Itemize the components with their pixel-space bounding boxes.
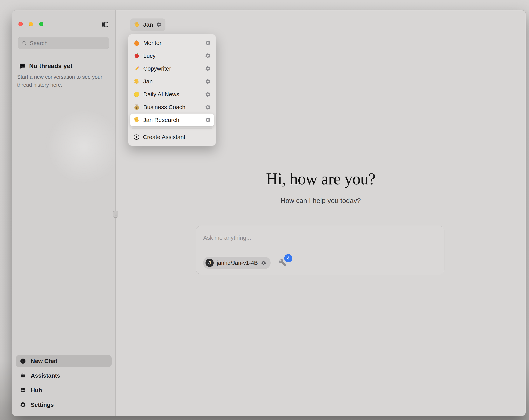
assistant-menu-item-daily-ai-news[interactable]: Daily AI News [130, 88, 214, 101]
assistant-menu-item-lucy[interactable]: Lucy [130, 49, 214, 62]
yellow-circle-icon [133, 91, 140, 98]
create-assistant-label: Create Assistant [143, 134, 185, 140]
model-name: janhq/Jan-v1-4B [217, 260, 258, 266]
plus-circle-icon [133, 134, 140, 140]
pencil-icon [133, 65, 140, 72]
chat-bubble-icon [19, 63, 26, 69]
close-window-button[interactable] [18, 22, 23, 26]
main-area: Jan Mentor Lucy Copywriter Jan [116, 10, 526, 416]
apple-icon [133, 53, 140, 59]
gear-icon[interactable] [205, 104, 211, 110]
gear-icon[interactable] [205, 66, 211, 72]
sidebar-nav: New Chat Assistants Hub Settings [16, 355, 112, 411]
gear-icon[interactable] [205, 79, 211, 84]
empty-state-description: Start a new conversation to see your thr… [17, 73, 111, 89]
assistant-selector[interactable]: Jan [130, 18, 165, 31]
assistant-menu-item-jan[interactable]: Jan [130, 75, 214, 88]
gear-icon[interactable] [205, 40, 211, 46]
sidebar-toggle-button[interactable] [100, 20, 111, 29]
wave-hand-icon [134, 22, 140, 28]
assistant-selector-label: Jan [143, 21, 153, 28]
assistant-menu: Mentor Lucy Copywriter Jan Daily AI News [128, 34, 216, 146]
assistant-menu-item-business-coach[interactable]: $ Business Coach [130, 101, 214, 114]
blocks-icon [20, 387, 26, 393]
sidebar-toggle-icon [102, 21, 109, 28]
gear-icon[interactable] [205, 91, 211, 97]
assistant-menu-item-label: Daily AI News [143, 91, 202, 98]
svg-text:$: $ [136, 106, 138, 109]
wave-hand-icon [133, 117, 140, 123]
sidebar: Search No threads yet Start a new conver… [12, 10, 116, 416]
gear-icon[interactable] [205, 53, 211, 59]
greeting-subtitle: How can I help you today? [116, 197, 526, 204]
search-input[interactable]: Search [18, 37, 109, 49]
assistant-menu-item-label: Jan [143, 78, 202, 85]
assistant-menu-item-label: Lucy [143, 53, 202, 59]
model-settings-icon[interactable] [261, 260, 266, 266]
composer-placeholder: Ask me anything... [203, 234, 437, 241]
sidebar-item-hub[interactable]: Hub [16, 384, 112, 396]
sidebar-item-label: Assistants [31, 372, 60, 379]
wave-hand-icon [133, 78, 140, 85]
sidebar-item-label: Hub [31, 387, 42, 393]
robot-icon [20, 373, 26, 379]
assistant-menu-item-label: Copywriter [143, 65, 202, 72]
assistant-menu-item-label: Business Coach [143, 104, 202, 110]
sidebar-item-label: New Chat [31, 358, 57, 364]
assistant-menu-item-label: Jan Research [143, 117, 202, 123]
empty-state: No threads yet Start a new conversation … [17, 62, 111, 89]
empty-state-title: No threads yet [29, 62, 72, 70]
sidebar-item-new-chat[interactable]: New Chat [16, 355, 112, 367]
chat-composer[interactable]: Ask me anything... J janhq/Jan-v1-4B 4 [196, 226, 444, 274]
app-window: Search No threads yet Start a new conver… [12, 10, 526, 416]
greeting-title: Hi, how are you? [116, 169, 526, 188]
plus-circle-icon [20, 358, 26, 364]
sidebar-item-assistants[interactable]: Assistants [16, 370, 112, 382]
search-icon [22, 41, 27, 46]
gear-icon[interactable] [205, 117, 211, 123]
minimize-window-button[interactable] [29, 22, 33, 26]
sidebar-item-label: Settings [31, 402, 54, 408]
search-placeholder: Search [30, 40, 48, 46]
assistant-menu-item-copywriter[interactable]: Copywriter [130, 62, 214, 75]
create-assistant-button[interactable]: Create Assistant [130, 131, 214, 143]
assistant-menu-item-mentor[interactable]: Mentor [130, 37, 214, 49]
model-avatar: J [206, 259, 214, 267]
grip-dots-icon [114, 212, 117, 217]
tangerine-icon [133, 40, 140, 46]
zoom-window-button[interactable] [39, 22, 43, 26]
gear-icon [20, 402, 26, 408]
sidebar-resize-handle[interactable] [113, 211, 118, 217]
money-bag-icon: $ [133, 104, 140, 110]
greeting: Hi, how are you? How can I help you toda… [116, 169, 526, 204]
assistant-menu-item-label: Mentor [143, 40, 202, 46]
tools-count-badge: 4 [284, 254, 292, 262]
sidebar-item-settings[interactable]: Settings [16, 399, 112, 411]
assistant-settings-icon[interactable] [156, 22, 161, 27]
assistant-menu-item-jan-research[interactable]: Jan Research [130, 114, 214, 126]
window-controls [18, 22, 43, 26]
model-selector[interactable]: J janhq/Jan-v1-4B [203, 257, 271, 269]
tools-button[interactable]: 4 [278, 258, 287, 267]
